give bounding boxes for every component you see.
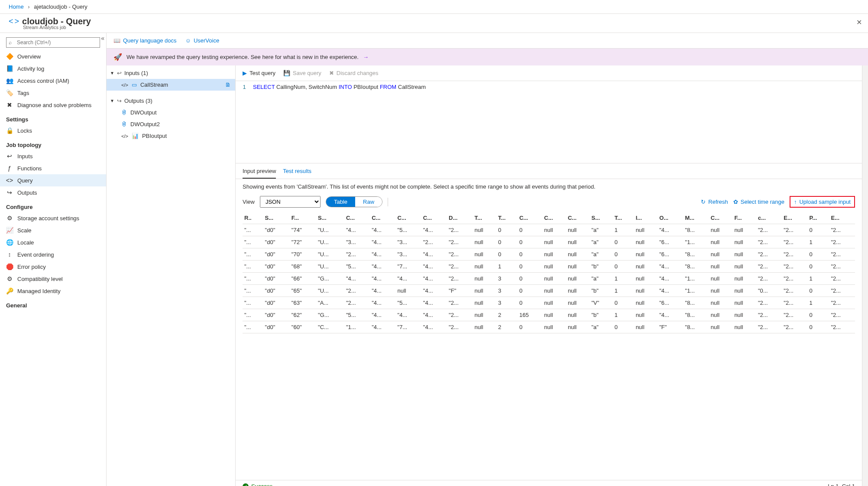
tab-test-results[interactable]: Test results	[283, 168, 311, 179]
column-header[interactable]: C...	[709, 212, 733, 224]
nav-scale[interactable]: 📈Scale	[0, 224, 106, 236]
nav-error-policy[interactable]: 🛑Error policy	[0, 261, 106, 273]
outputs-tree-header[interactable]: ▼ ↪ Outputs (3)	[107, 95, 235, 107]
nav-label: Tags	[17, 90, 29, 96]
uservoice-link[interactable]: ☺UserVoice	[185, 37, 220, 44]
column-header[interactable]: T...	[473, 212, 496, 224]
table-cell: "8...	[683, 261, 709, 273]
table-cell: "1...	[344, 321, 370, 333]
table-row[interactable]: "..."d0""72""U..."3..."4..."3..."2..."2.…	[243, 236, 855, 248]
column-header[interactable]: S...	[263, 212, 290, 224]
inputs-tree-header[interactable]: ▼ ↩ Inputs (1)	[107, 67, 235, 79]
arrow-right-icon[interactable]: →	[363, 54, 369, 60]
table-row[interactable]: "..."d0""70""U..."2..."4..."3..."4..."2.…	[243, 248, 855, 261]
column-header[interactable]: M...	[683, 212, 709, 224]
check-icon: ✓	[243, 483, 249, 486]
column-header[interactable]: F...	[732, 212, 756, 224]
column-header[interactable]: C...	[344, 212, 370, 224]
column-header[interactable]: R..	[243, 212, 263, 224]
nav-diagnose[interactable]: ✖Diagnose and solve problems	[0, 99, 106, 111]
table-cell: null	[732, 285, 756, 297]
table-row[interactable]: "..."d0""66""G..."4..."4..."4..."4..."2.…	[243, 273, 855, 285]
column-header[interactable]: C...	[370, 212, 395, 224]
docs-link[interactable]: 📖Query language docs	[113, 37, 177, 44]
table-cell: null	[566, 297, 590, 309]
nav-compat-icon: ⚙	[6, 275, 13, 282]
discard-changes-button[interactable]: ✖Discard changes	[329, 70, 379, 76]
nav-inputs[interactable]: ↩Inputs	[0, 150, 106, 162]
nav-identity[interactable]: 🔑Managed Identity	[0, 285, 106, 297]
select-time-range-button[interactable]: ✿Select time range	[733, 199, 784, 205]
column-header[interactable]: c...	[756, 212, 782, 224]
book-icon: 📖	[113, 37, 120, 44]
table-row[interactable]: "..."d0""62""G..."5..."4..."4..."4..."2.…	[243, 309, 855, 321]
table-row[interactable]: "..."d0""60""C..."1..."4..."7..."4..."2.…	[243, 321, 855, 333]
toggle-raw[interactable]: Raw	[355, 197, 382, 207]
nav-locale[interactable]: 🌐Locale	[0, 236, 106, 248]
collapse-sidebar-icon[interactable]: «	[101, 35, 104, 42]
table-row[interactable]: "..."d0""65""U..."2..."4...null"4..."F"n…	[243, 285, 855, 297]
table-cell: "4...	[421, 321, 447, 333]
test-query-button[interactable]: ▶Test query	[243, 70, 275, 76]
table-cell: null	[566, 309, 590, 321]
preview-table-wrap[interactable]: R..S...F...S...C...C...C...C...D...T...T…	[236, 212, 862, 480]
table-cell: null	[709, 273, 733, 285]
tab-input-preview[interactable]: Input preview	[243, 168, 276, 179]
tree-item-callstream[interactable]: </> ▭ CallStream 🗎	[107, 79, 235, 91]
nav-query[interactable]: <>Query	[0, 174, 106, 186]
nav-storage[interactable]: ⚙Storage account settings	[0, 212, 106, 224]
column-header[interactable]: S...	[316, 212, 344, 224]
nav-label: Inputs	[17, 153, 32, 160]
column-header[interactable]: C...	[542, 212, 566, 224]
search-input[interactable]	[6, 37, 100, 48]
column-header[interactable]: C...	[396, 212, 421, 224]
column-header[interactable]: D...	[447, 212, 473, 224]
code-editor[interactable]: 1 SELECT CallingNum, SwitchNum INTO PBIo…	[236, 81, 862, 163]
view-select[interactable]: JSON	[260, 196, 321, 208]
column-header[interactable]: C...	[566, 212, 590, 224]
vertical-scrollbar[interactable]	[862, 65, 868, 486]
column-header[interactable]: C...	[421, 212, 447, 224]
table-row[interactable]: "..."d0""68""U..."5..."4..."7..."4..."2.…	[243, 261, 855, 273]
column-header[interactable]: O...	[657, 212, 683, 224]
table-cell: "a"	[590, 273, 613, 285]
column-header[interactable]: F...	[290, 212, 316, 224]
nav-locks[interactable]: 🔒Locks	[0, 124, 106, 137]
table-row[interactable]: "..."d0""74""U..."4..."4..."5..."4..."2.…	[243, 224, 855, 236]
nav-compat[interactable]: ⚙Compatibility level	[0, 273, 106, 285]
nav-functions[interactable]: ƒFunctions	[0, 162, 106, 174]
table-cell: "2...	[447, 224, 473, 236]
upload-sample-input-button[interactable]: ↑Upload sample input	[790, 196, 855, 208]
toggle-table[interactable]: Table	[326, 197, 355, 207]
table-cell: "b"	[590, 285, 613, 297]
breadcrumb-home[interactable]: Home	[9, 3, 24, 10]
nav-event-ordering[interactable]: ↕Event ordering	[0, 248, 106, 261]
nav-label: Scale	[17, 227, 32, 234]
table-cell: "...	[243, 297, 263, 309]
column-header[interactable]: I...	[634, 212, 658, 224]
nav-label: Error policy	[17, 264, 46, 270]
tree-item-dwoutput[interactable]: 🛢 DWOutput	[107, 107, 235, 118]
column-header[interactable]: E...	[829, 212, 855, 224]
nav-outputs[interactable]: ↪Outputs	[0, 186, 106, 199]
column-header[interactable]: E...	[782, 212, 807, 224]
nav-tags[interactable]: 🏷️Tags	[0, 87, 106, 99]
save-query-button[interactable]: 💾Save query	[283, 70, 321, 76]
close-icon[interactable]: ✕	[856, 18, 862, 26]
tree-item-pbioutput[interactable]: </> 📊 PBIoutput	[107, 130, 235, 142]
column-header[interactable]: T...	[613, 212, 634, 224]
column-header[interactable]: P...	[808, 212, 829, 224]
refresh-button[interactable]: ↻Refresh	[701, 199, 728, 205]
column-header[interactable]: S...	[590, 212, 613, 224]
nav-overview[interactable]: 🔶Overview	[0, 50, 106, 62]
column-header[interactable]: T...	[496, 212, 518, 224]
table-row[interactable]: "..."d0""63""A..."2..."4..."5..."4..."2.…	[243, 297, 855, 309]
table-cell: null	[709, 236, 733, 248]
tree-item-dwoutput2[interactable]: 🛢 DWOutput2	[107, 118, 235, 130]
table-cell: "4...	[657, 261, 683, 273]
nav-access-control[interactable]: 👥Access control (IAM)	[0, 75, 106, 87]
nav-activity-log[interactable]: 📘Activity log	[0, 62, 106, 75]
column-header[interactable]: C...	[518, 212, 542, 224]
document-icon[interactable]: 🗎	[225, 82, 231, 88]
table-cell: "4...	[421, 309, 447, 321]
